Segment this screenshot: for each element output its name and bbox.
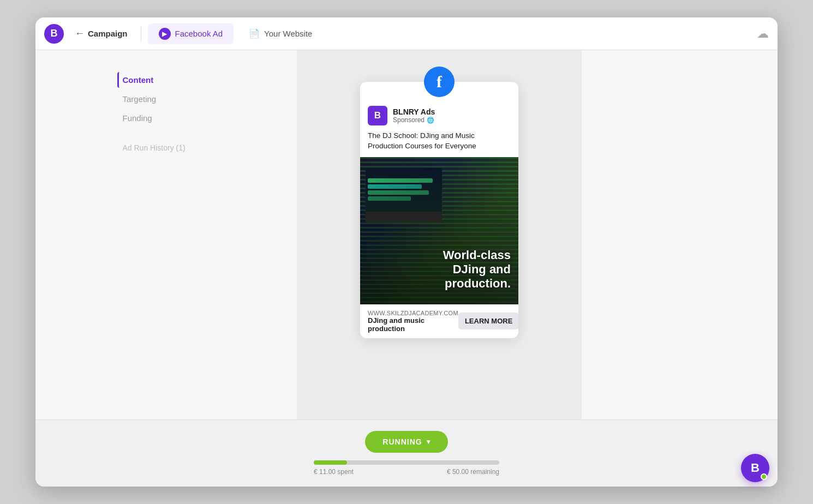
tab-facebook-ad[interactable]: ▶ Facebook Ad (148, 23, 234, 44)
doc-icon: 📄 (249, 28, 260, 39)
tab-your-website-label: Your Website (264, 29, 312, 38)
preview-area: f B BLNRY Ads Sponsored 🌐 (297, 50, 581, 419)
back-button[interactable]: ← Campaign (68, 28, 134, 39)
chat-button[interactable]: B (741, 454, 769, 482)
main-area: Content Targeting Funding Ad Run History… (35, 50, 778, 419)
waveform-3 (368, 190, 429, 195)
play-icon: ▶ (159, 28, 171, 40)
tab-divider (141, 26, 141, 42)
fb-footer-left: WWW.SKILZDJACADEMY.COM DJing and music p… (368, 310, 458, 333)
chevron-down-icon: ▾ (427, 438, 431, 446)
sidebar-item-content[interactable]: Content (117, 72, 216, 88)
fb-card-footer: WWW.SKILZDJACADEMY.COM DJing and music p… (360, 304, 518, 338)
fb-overlay-text: World-class DJing and production. (443, 248, 511, 291)
waveform-2 (368, 184, 422, 189)
chat-logo-letter: B (751, 461, 760, 475)
cloud-button[interactable]: ☁ (757, 27, 769, 41)
back-label: Campaign (88, 29, 128, 38)
running-button[interactable]: RUNNING ▾ (365, 431, 447, 453)
right-panel (581, 50, 778, 419)
sidebar-item-history[interactable]: Ad Run History (1) (117, 140, 216, 155)
facebook-top-icon: f (424, 67, 455, 97)
running-label: RUNNING (382, 437, 422, 446)
waveform-1 (368, 178, 433, 183)
sidebar: Content Targeting Funding Ad Run History… (35, 50, 297, 419)
sidebar-item-targeting[interactable]: Targeting (117, 91, 216, 107)
learn-more-button[interactable]: LEARN MORE (458, 313, 518, 329)
fb-monitor-screen (366, 168, 442, 212)
sidebar-nav: Content Targeting Funding Ad Run History… (117, 72, 216, 155)
chat-online-dot (761, 473, 767, 480)
waveform-4 (368, 196, 411, 201)
progress-labels: € 11.00 spent € 50.00 remaining (314, 468, 499, 476)
sidebar-item-funding[interactable]: Funding (117, 110, 216, 126)
bottom-bar: RUNNING ▾ € 11.00 spent € 50.00 remainin… (35, 419, 778, 487)
remaining-label: € 50.00 remaining (447, 468, 499, 476)
progress-section: € 11.00 spent € 50.00 remaining (314, 460, 499, 476)
back-arrow-icon: ← (75, 28, 85, 39)
facebook-f-letter: f (437, 74, 442, 90)
fb-footer-cta: DJing and music production (368, 316, 458, 333)
fb-preview-wrapper: f B BLNRY Ads Sponsored 🌐 (360, 67, 518, 338)
fb-ad-image: World-class DJing and production. (360, 157, 518, 304)
fb-monitor (366, 168, 442, 223)
progress-bar-fill (314, 460, 347, 465)
tab-your-website[interactable]: 📄 Your Website (238, 24, 323, 43)
fb-ad-card: B BLNRY Ads Sponsored 🌐 The DJ School: D… (360, 82, 518, 338)
progress-bar-track (314, 460, 499, 465)
fb-sponsored-label: Sponsored 🌐 (393, 116, 435, 124)
app-logo: B (44, 24, 64, 44)
globe-icon: 🌐 (427, 117, 434, 124)
fb-advertiser-name: BLNRY Ads (393, 107, 435, 116)
browser-frame: B ← Campaign ▶ Facebook Ad 📄 Your Websit… (35, 17, 778, 487)
tab-facebook-ad-label: Facebook Ad (175, 29, 223, 38)
fb-ad-body-text: The DJ School: DJing and Music Productio… (360, 129, 518, 157)
spent-label: € 11.00 spent (314, 468, 354, 476)
fb-card-meta: BLNRY Ads Sponsored 🌐 (393, 107, 435, 124)
fb-card-header: B BLNRY Ads Sponsored 🌐 (360, 101, 518, 129)
fb-advertiser-logo: B (368, 106, 387, 125)
fb-footer-url: WWW.SKILZDJACADEMY.COM (368, 310, 458, 316)
top-bar: B ← Campaign ▶ Facebook Ad 📄 Your Websit… (35, 17, 778, 50)
